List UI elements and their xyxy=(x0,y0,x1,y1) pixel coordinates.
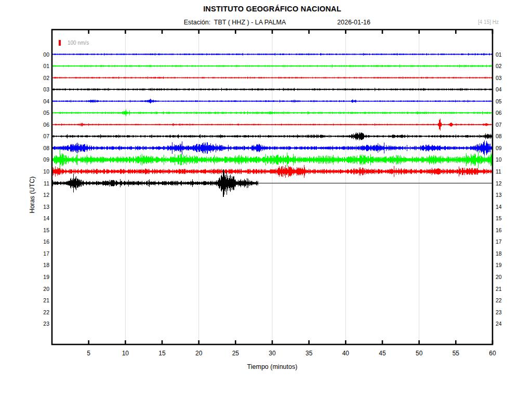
right-hour-label-07: 07 xyxy=(496,122,509,127)
left-hour-label-09: 09 xyxy=(36,157,49,162)
left-hour-label-11: 11 xyxy=(36,181,49,186)
right-hour-label-09: 09 xyxy=(496,145,509,151)
left-hour-label-05: 05 xyxy=(36,110,49,115)
right-hour-label-24: 24 xyxy=(496,321,509,326)
x-tick-label-5: 5 xyxy=(87,350,90,357)
left-hour-label-13: 13 xyxy=(36,204,49,209)
helicorder-screenshot: INSTITUTO GEOGRÁFICO NACIONAL Estación: … xyxy=(0,0,532,399)
left-hour-label-15: 15 xyxy=(36,228,49,233)
right-hour-label-14: 14 xyxy=(496,204,509,209)
right-hour-label-21: 21 xyxy=(496,286,509,291)
left-hour-label-10: 10 xyxy=(36,169,49,174)
right-hour-label-08: 08 xyxy=(496,134,509,139)
left-hour-label-01: 01 xyxy=(36,63,49,69)
right-hour-label-12: 12 xyxy=(496,181,509,186)
right-hour-label-15: 15 xyxy=(496,216,509,221)
right-hour-label-11: 11 xyxy=(496,169,509,174)
x-tick-label-25: 25 xyxy=(232,350,239,357)
scale-label: 100 nm/s xyxy=(68,40,89,46)
left-hour-label-18: 18 xyxy=(36,262,49,268)
x-tick-label-40: 40 xyxy=(342,350,349,357)
right-hour-label-01: 01 xyxy=(496,52,509,57)
scale-bar-icon xyxy=(59,40,61,46)
left-hour-label-22: 22 xyxy=(36,310,49,315)
y-axis-title: Horas (UTC) xyxy=(29,177,36,214)
left-hour-label-07: 07 xyxy=(36,134,49,139)
left-hour-label-23: 23 xyxy=(36,321,49,326)
right-hour-label-06: 06 xyxy=(496,110,509,115)
right-hour-label-03: 03 xyxy=(496,75,509,81)
left-hour-label-04: 04 xyxy=(36,99,49,104)
right-hour-label-04: 04 xyxy=(496,87,509,92)
left-hour-label-19: 19 xyxy=(36,274,49,280)
right-hour-label-10: 10 xyxy=(496,157,509,162)
right-hour-label-23: 23 xyxy=(496,310,509,315)
left-hour-label-08: 08 xyxy=(36,145,49,151)
left-hour-label-14: 14 xyxy=(36,216,49,221)
right-hour-label-22: 22 xyxy=(496,298,509,303)
left-hour-label-16: 16 xyxy=(36,239,49,244)
right-hour-label-05: 05 xyxy=(496,99,509,104)
right-hour-label-16: 16 xyxy=(496,228,509,233)
left-hour-label-20: 20 xyxy=(36,286,49,291)
left-hour-label-12: 12 xyxy=(36,192,49,197)
x-tick-label-20: 20 xyxy=(195,350,202,357)
left-hour-label-06: 06 xyxy=(36,122,49,127)
left-hour-label-17: 17 xyxy=(36,251,49,256)
x-tick-label-15: 15 xyxy=(158,350,165,357)
helicorder-plot xyxy=(0,0,532,399)
x-tick-label-45: 45 xyxy=(379,350,385,357)
right-hour-label-02: 02 xyxy=(496,63,509,69)
right-hour-label-13: 13 xyxy=(496,192,509,197)
left-hour-label-21: 21 xyxy=(36,298,49,303)
x-tick-label-55: 55 xyxy=(453,350,459,357)
x-axis-title: Tiempo (minutos) xyxy=(52,363,493,370)
right-hour-label-18: 18 xyxy=(496,251,509,256)
left-hour-label-02: 02 xyxy=(36,75,49,81)
x-tick-label-30: 30 xyxy=(269,350,275,357)
right-hour-label-17: 17 xyxy=(496,239,509,244)
x-tick-label-50: 50 xyxy=(416,350,422,357)
left-hour-label-03: 03 xyxy=(36,87,49,92)
left-hour-label-00: 00 xyxy=(36,52,49,57)
x-tick-label-60: 60 xyxy=(489,350,496,357)
right-hour-label-19: 19 xyxy=(496,262,509,268)
x-tick-label-35: 35 xyxy=(305,350,312,357)
x-tick-label-10: 10 xyxy=(122,350,129,357)
right-hour-label-20: 20 xyxy=(496,274,509,280)
